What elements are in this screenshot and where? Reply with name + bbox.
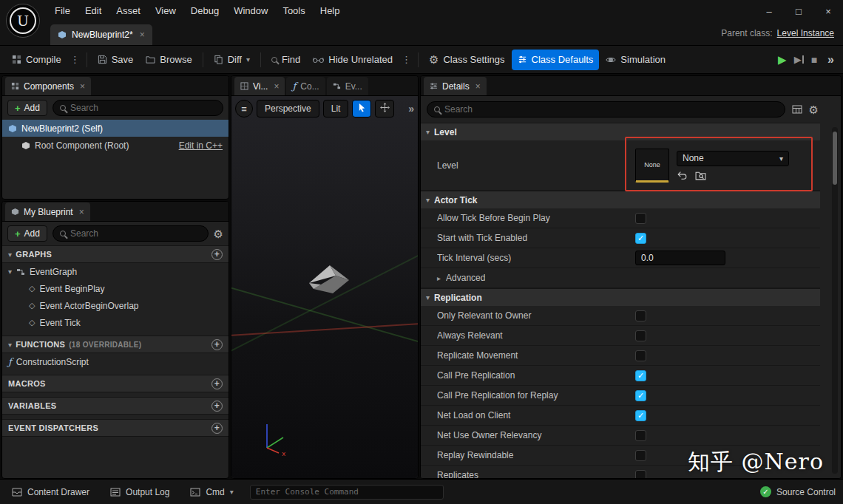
add-blueprint-item-button[interactable]: + Add [7, 225, 47, 242]
menu-tools[interactable]: Tools [275, 0, 312, 22]
play-button[interactable]: ▶ [778, 53, 787, 67]
tab-viewport[interactable]: Vi... × [234, 77, 285, 95]
macros-section-header[interactable]: MACROS + [2, 375, 228, 392]
add-component-button[interactable]: + Add [7, 100, 47, 116]
menu-help[interactable]: Help [313, 0, 348, 22]
tick-interval-input[interactable] [635, 251, 725, 265]
event-dispatchers-section-header[interactable]: EVENT DISPATCHERS + [2, 419, 228, 437]
tab-my-blueprint[interactable]: My Blueprint × [5, 202, 90, 221]
output-log-button[interactable]: Output Log [106, 483, 174, 502]
lit-button[interactable]: Lit [323, 100, 349, 118]
close-button[interactable]: × [813, 0, 843, 22]
component-item-self[interactable]: NewBlueprint2 (Self) [2, 120, 228, 137]
console-command-input[interactable] [250, 485, 444, 500]
checkbox[interactable] [635, 470, 646, 479]
scrollbar-thumb[interactable] [833, 132, 837, 185]
content-drawer-button[interactable]: Content Drawer [7, 483, 94, 502]
display-options-icon[interactable] [792, 105, 802, 114]
find-button[interactable]: Find [265, 50, 306, 70]
hide-unrelated-button[interactable]: Hide Unrelated [307, 50, 399, 70]
checkbox[interactable] [635, 390, 646, 401]
section-header-replication[interactable]: ▾ Replication [421, 288, 820, 306]
diff-button[interactable]: Diff ▾ [208, 50, 256, 70]
move-tool-button[interactable] [375, 100, 394, 118]
add-variable-button[interactable]: + [211, 401, 223, 412]
select-tool-button[interactable] [352, 100, 371, 118]
parent-class-link[interactable]: Level Instance [777, 28, 834, 38]
cmd-dropdown-button[interactable]: Cmd ▾ [186, 483, 237, 502]
level-asset-thumbnail[interactable]: None [635, 149, 669, 183]
source-control-button[interactable]: ✓ Source Control [760, 486, 836, 497]
viewport-3d-view[interactable]: ≡ Perspective Lit [231, 96, 418, 478]
event-tick-item[interactable]: ◇ Event Tick [2, 314, 228, 331]
my-blueprint-search-input[interactable] [70, 228, 201, 239]
event-beginplay-item[interactable]: ◇ Event BeginPlay [2, 280, 228, 297]
tab-details[interactable]: Details × [424, 77, 487, 95]
viewport-toolbar-overflow-icon[interactable]: » [408, 103, 414, 115]
functions-section-header[interactable]: ▾ FUNCTIONS (18 OVERRIDABLE) + [2, 336, 228, 353]
browse-button[interactable]: Browse [140, 50, 197, 70]
menu-file[interactable]: File [47, 0, 78, 22]
checkbox[interactable] [635, 450, 646, 461]
graphs-section-header[interactable]: ▾ GRAPHS + [2, 245, 228, 263]
close-icon[interactable]: × [79, 207, 84, 217]
preview-mesh[interactable] [308, 264, 351, 297]
toolbar-overflow-icon[interactable]: » [825, 53, 837, 67]
component-item-root[interactable]: Root Component (Root) Edit in C++ [2, 137, 228, 154]
tab-components[interactable]: Components × [5, 77, 91, 95]
menu-window[interactable]: Window [226, 0, 275, 22]
use-selected-asset-button[interactable] [677, 171, 688, 180]
perspective-button[interactable]: Perspective [257, 100, 319, 118]
save-button[interactable]: Save [92, 50, 140, 70]
level-asset-dropdown[interactable]: None ▾ [677, 151, 789, 166]
checkbox[interactable] [635, 430, 646, 441]
tab-newblueprint2[interactable]: NewBlueprint2* × [50, 24, 152, 45]
tab-close-icon[interactable]: × [140, 30, 145, 40]
section-header-level[interactable]: ▾ Level [421, 123, 820, 140]
eventgraph-item[interactable]: ▾ EventGraph [2, 263, 228, 280]
menu-edit[interactable]: Edit [78, 0, 109, 22]
menu-view[interactable]: View [148, 0, 183, 22]
add-event-dispatcher-button[interactable]: + [211, 423, 223, 434]
frame-skip-button[interactable]: ▶ [794, 54, 804, 65]
event-actorbeginoverlap-item[interactable]: ◇ Event ActorBeginOverlap [2, 297, 228, 314]
compile-options-icon[interactable]: ⋮ [68, 54, 82, 65]
variables-section-header[interactable]: VARIABLES + [2, 397, 228, 415]
blueprint-settings-gear-icon[interactable]: ⚙ [214, 228, 223, 239]
checkbox[interactable] [635, 410, 646, 421]
class-settings-button[interactable]: ⚙ Class Settings [423, 50, 511, 70]
components-search-input[interactable] [70, 103, 216, 113]
details-settings-gear-icon[interactable]: ⚙ [809, 104, 819, 115]
checkbox[interactable] [635, 233, 646, 244]
class-defaults-button[interactable]: Class Defaults [512, 50, 600, 70]
edit-in-cpp-link[interactable]: Edit in C++ [179, 140, 223, 151]
menu-asset[interactable]: Asset [109, 0, 148, 22]
tab-construction-script[interactable]: ƒ Co... [286, 77, 325, 95]
add-macro-button[interactable]: + [211, 378, 223, 389]
close-icon[interactable]: × [274, 81, 279, 92]
checkbox[interactable] [635, 330, 646, 341]
close-icon[interactable]: × [475, 81, 481, 92]
stop-button[interactable]: ■ [811, 54, 817, 66]
maximize-button[interactable]: □ [784, 0, 813, 22]
advanced-expander-row[interactable]: ▸ Advanced [421, 268, 820, 288]
add-graph-button[interactable]: + [211, 249, 223, 260]
components-search[interactable] [53, 100, 223, 116]
browse-to-asset-button[interactable] [695, 171, 706, 180]
menu-debug[interactable]: Debug [183, 0, 226, 22]
hide-unrelated-options-icon[interactable]: ⋮ [399, 54, 413, 65]
checkbox[interactable] [635, 370, 646, 381]
details-search-input[interactable] [444, 104, 778, 115]
section-header-actor-tick[interactable]: ▾ Actor Tick [421, 191, 820, 208]
checkbox[interactable] [635, 310, 646, 321]
my-blueprint-search[interactable] [53, 225, 209, 242]
checkbox[interactable] [635, 213, 646, 224]
add-function-button[interactable]: + [211, 339, 223, 350]
close-icon[interactable]: × [80, 81, 85, 92]
details-search[interactable] [427, 101, 785, 118]
constructionscript-item[interactable]: ƒ ConstructionScript [2, 353, 228, 370]
simulation-button[interactable]: Simulation [600, 50, 671, 70]
minimize-button[interactable]: – [754, 0, 784, 22]
collapse-arrow-icon[interactable]: ▾ [8, 268, 12, 276]
tab-eventgraph[interactable]: Ev... [327, 77, 368, 95]
